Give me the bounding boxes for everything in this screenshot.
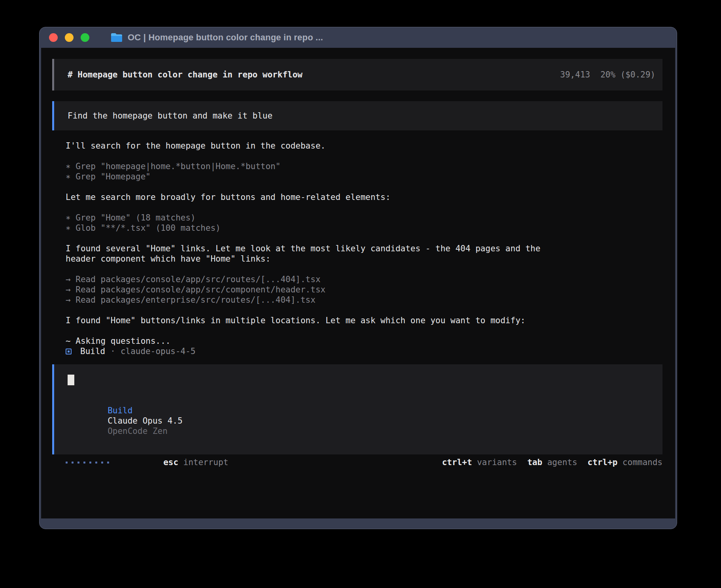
model-line: Build Claude Opus 4.5 OpenCode Zen [68, 395, 655, 447]
assistant-text-line: Let me search more broadly for buttons a… [66, 192, 662, 202]
folder-icon [111, 33, 123, 42]
agent-model: claude-opus-4-5 [121, 346, 196, 356]
assistant-text-line: I'll search for the homepage button in t… [66, 141, 662, 151]
statusbar: esc interrupt ctrl+t variantstab agentsc… [52, 457, 662, 467]
context-cost: 20% ($0.29) [600, 70, 655, 80]
spinner-dot [95, 462, 97, 464]
blank-line [66, 202, 662, 213]
hint-key: tab [527, 458, 542, 467]
agent-status-line: Build · claude-opus-4-5 [52, 346, 662, 356]
hint-label: agents [547, 458, 577, 467]
spinner-dot [101, 462, 103, 464]
spinner-dot [77, 462, 79, 464]
conversation: I'll search for the homepage button in t… [52, 141, 662, 346]
hint-key: ctrl+t [442, 458, 472, 467]
terminal-window: OC | Homepage button color change in rep… [39, 27, 677, 529]
esc-label: interrupt [183, 458, 228, 467]
tool-call-line: ∗ Grep "Homepage" [66, 172, 662, 182]
token-count: 39,413 [560, 70, 590, 80]
minimize-button[interactable] [65, 33, 74, 42]
blank-line [66, 182, 662, 192]
traffic-lights [49, 33, 89, 42]
tool-call-line: ∗ Grep "homepage|home.*button|Home.*butt… [66, 161, 662, 172]
spinner-dot [89, 462, 91, 464]
separator-dot: · [110, 346, 115, 356]
spinner-dots [66, 462, 109, 464]
assistant-text-line: I found several "Home" links. Let me loo… [66, 243, 662, 254]
prompt-input[interactable]: Build Claude Opus 4.5 OpenCode Zen [52, 364, 662, 454]
blank-line [66, 305, 662, 315]
statusbar-right: ctrl+t variantstab agentsctrl+p commands [442, 457, 662, 467]
session-header: # Homepage button color change in repo w… [52, 59, 662, 90]
tool-call-line: → Read packages/console/app/src/routes/[… [66, 274, 662, 285]
blank-line [66, 264, 662, 274]
keyboard-hint-agents: tab agents [527, 457, 577, 467]
blue-square-icon [66, 349, 72, 354]
hint-key: ctrl+p [587, 458, 617, 467]
titlebar: OC | Homepage button color change in rep… [40, 27, 677, 48]
spinner-dot [72, 462, 74, 464]
user-message: Find the homepage button and make it blu… [52, 101, 662, 130]
agent-name: Build [80, 346, 105, 356]
blank-line [66, 233, 662, 243]
tool-call-line: → Read packages/console/app/src/componen… [66, 285, 662, 295]
zoom-button[interactable] [81, 33, 89, 42]
hint-label: commands [623, 458, 662, 467]
spinner-dot [66, 462, 68, 464]
keyboard-hint-commands: ctrl+p commands [587, 457, 662, 467]
tool-call-line: → Read packages/enterprise/src/routes/[.… [66, 295, 662, 305]
spinner-dot [83, 462, 85, 464]
window-title: OC | Homepage button color change in rep… [128, 32, 323, 43]
spinner-dot [107, 462, 109, 464]
session-meta: 39,413 20% ($0.29) [560, 70, 655, 80]
interrupt-hint: esc interrupt [123, 447, 228, 478]
keyboard-hint-variants: ctrl+t variants [442, 457, 517, 467]
assistant-text-line: ~ Asking questions... [66, 336, 662, 346]
user-message-text: Find the homepage button and make it blu… [68, 111, 272, 121]
assistant-text-line: I found "Home" buttons/links in multiple… [66, 315, 662, 326]
text-cursor [68, 375, 74, 385]
esc-key: esc [163, 458, 178, 467]
blank-line [66, 151, 662, 161]
input-provider-label: OpenCode Zen [108, 426, 168, 436]
tool-call-line: ∗ Glob "**/*.tsx" (100 matches) [66, 223, 662, 233]
input-agent-label[interactable]: Build [108, 406, 132, 415]
session-title: # Homepage button color change in repo w… [68, 70, 302, 80]
close-button[interactable] [49, 33, 58, 42]
blank-line [66, 326, 662, 336]
input-model-label[interactable]: Claude Opus 4.5 [108, 416, 183, 426]
terminal-content: # Homepage button color change in repo w… [41, 48, 675, 518]
hint-label: variants [477, 458, 517, 467]
tool-call-line: ∗ Grep "Home" (18 matches) [66, 213, 662, 223]
assistant-text-line: header component which have "Home" links… [66, 254, 662, 264]
